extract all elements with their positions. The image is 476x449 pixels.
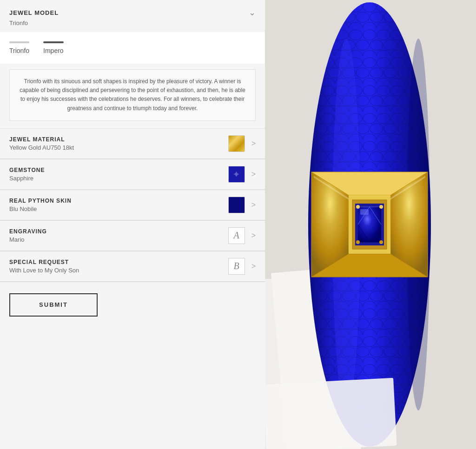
svg-point-30 xyxy=(379,240,383,244)
svg-rect-31 xyxy=(265,378,397,449)
right-panel xyxy=(265,0,476,449)
jewel-model-chevron-icon: ⌄ xyxy=(249,7,256,18)
gemstone-value: Sapphire xyxy=(9,175,228,182)
jewel-material-text: JEWEL MATERIAL Yellow Gold AU750 18kt xyxy=(9,136,228,151)
jewel-render-svg xyxy=(265,0,476,449)
python-skin-title: REAL PYTHON SKIN xyxy=(9,198,228,204)
python-skin-row[interactable]: REAL PYTHON SKIN Blu Nobile > xyxy=(0,190,265,220)
python-skin-text: REAL PYTHON SKIN Blu Nobile xyxy=(9,198,228,212)
gemstone-text: GEMSTONE Sapphire xyxy=(9,167,228,182)
engraving-swatch-area: A > xyxy=(228,227,256,244)
python-skin-swatch-area: > xyxy=(228,197,256,213)
cord-band-impero xyxy=(44,41,63,43)
submit-area: SUBMIT xyxy=(0,282,265,328)
special-request-swatch: B xyxy=(228,258,245,275)
jewel-material-arrow-icon: > xyxy=(251,139,256,148)
model-option-impero[interactable]: Impero xyxy=(43,41,64,54)
engraving-arrow-icon: > xyxy=(251,231,256,240)
jewel-material-title: JEWEL MATERIAL xyxy=(9,136,228,143)
model-selector: Trionfo Impero xyxy=(0,32,265,64)
model-option-trionfo[interactable]: Trionfo xyxy=(9,41,29,54)
engraving-row[interactable]: ENGRAVING Mario A > xyxy=(0,221,265,251)
clasp-impero xyxy=(48,41,59,43)
submit-button[interactable]: SUBMIT xyxy=(9,293,98,317)
gemstone-swatch-area: > xyxy=(228,166,256,183)
model-thumb-trionfo xyxy=(9,41,29,43)
python-skin-arrow-icon: > xyxy=(251,201,256,209)
model-label-trionfo: Trionfo xyxy=(9,47,29,54)
special-request-arrow-icon: > xyxy=(251,262,256,271)
jewel-material-row[interactable]: JEWEL MATERIAL Yellow Gold AU750 18kt > xyxy=(0,129,265,159)
jewel-material-swatch-area: > xyxy=(228,135,256,152)
model-description: Trionfo with its sinuous and soft shapes… xyxy=(9,69,256,121)
engraving-title: ENGRAVING xyxy=(9,228,228,235)
jewel-model-header[interactable]: JEWEL MODEL ⌄ xyxy=(0,0,265,20)
special-request-swatch-area: B > xyxy=(228,258,256,275)
gemstone-row[interactable]: GEMSTONE Sapphire > xyxy=(0,159,265,190)
python-skin-swatch xyxy=(228,197,245,213)
jewel-material-swatch xyxy=(228,135,245,152)
jewel-model-section: JEWEL MODEL ⌄ Trionfo Trionfo Impero xyxy=(0,0,265,121)
svg-point-27 xyxy=(356,205,360,209)
python-skin-value: Blu Nobile xyxy=(9,205,228,212)
special-request-row[interactable]: SPECIAL REQUEST With Love to My Only Son… xyxy=(0,251,265,282)
clasp-trionfo xyxy=(14,41,25,43)
jewel-material-value: Yellow Gold AU750 18kt xyxy=(9,144,228,151)
left-panel: JEWEL MODEL ⌄ Trionfo Trionfo Impero xyxy=(0,0,265,449)
engraving-value: Mario xyxy=(9,236,228,243)
svg-point-29 xyxy=(356,240,360,244)
jewel-model-selected-value: Trionfo xyxy=(0,20,265,32)
model-thumb-impero xyxy=(43,41,64,43)
cord-band-trionfo xyxy=(10,41,28,43)
jewel-model-title: JEWEL MODEL xyxy=(9,9,59,16)
special-request-title: SPECIAL REQUEST xyxy=(9,259,228,265)
model-label-impero: Impero xyxy=(43,47,64,54)
special-request-text: SPECIAL REQUEST With Love to My Only Son xyxy=(9,259,228,274)
svg-rect-26 xyxy=(360,209,369,215)
svg-point-28 xyxy=(379,205,383,209)
gemstone-title: GEMSTONE xyxy=(9,167,228,173)
engraving-swatch: A xyxy=(228,227,245,244)
gemstone-arrow-icon: > xyxy=(251,170,256,178)
engraving-text: ENGRAVING Mario xyxy=(9,228,228,243)
gemstone-swatch xyxy=(228,166,245,183)
special-request-value: With Love to My Only Son xyxy=(9,267,228,274)
